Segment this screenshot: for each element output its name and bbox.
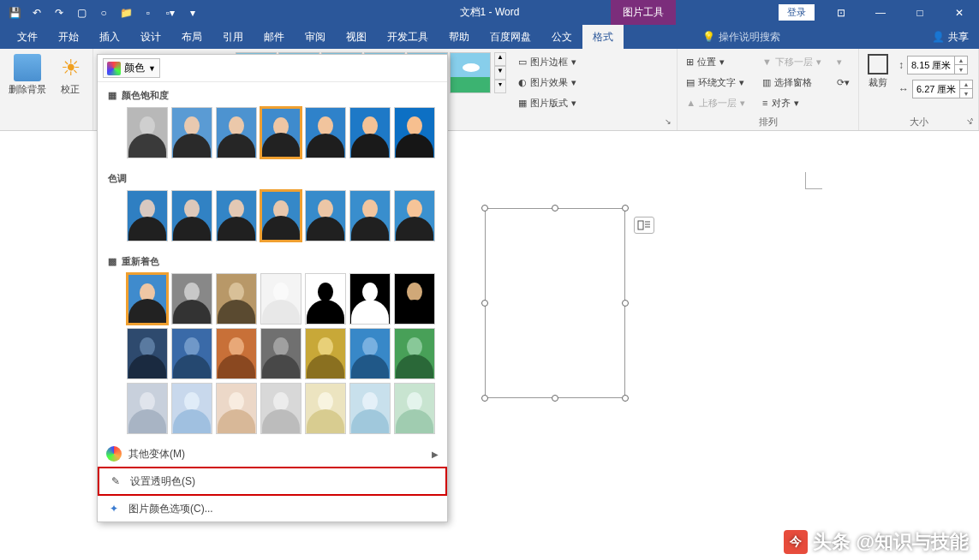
menu-item-8[interactable]: 视图 (336, 25, 377, 49)
menu-item-9[interactable]: 开发工具 (377, 25, 439, 49)
lightbulb-icon: 💡 (702, 31, 715, 43)
layout-options-button[interactable] (634, 217, 654, 234)
color-swatch[interactable] (305, 383, 346, 434)
minimize-icon[interactable]: — (861, 0, 900, 25)
color-swatch[interactable] (171, 107, 212, 158)
qat-icon[interactable]: ▢ (72, 3, 91, 22)
spinner-down-icon[interactable]: ▼ (955, 65, 967, 74)
color-swatch[interactable] (349, 328, 391, 379)
menu-item-6[interactable]: 邮件 (254, 25, 295, 49)
color-swatch[interactable] (127, 328, 168, 379)
corrections-button[interactable]: ☀ 校正 (53, 52, 87, 98)
menu-item-11[interactable]: 百度网盘 (480, 25, 541, 49)
tell-me-search[interactable]: 💡 操作说明搜索 (702, 30, 780, 45)
qat-icon[interactable]: ○ (94, 3, 113, 22)
menu-item-7[interactable]: 审阅 (295, 25, 336, 49)
spinner-down-icon[interactable]: ▼ (960, 89, 972, 98)
color-swatch[interactable] (305, 273, 346, 325)
position-icon: ⊞ (686, 57, 694, 68)
qat-icon[interactable]: ▫▾ (161, 3, 180, 22)
selection-pane-button[interactable]: ▥选择窗格 (759, 73, 825, 92)
width-input[interactable]: ▲▼ (912, 80, 973, 98)
wrap-text-button[interactable]: ▤环绕文字 ▾ (683, 73, 749, 92)
ribbon-group-arrange: ⊞位置 ▾ ▤环绕文字 ▾ ▲上移一层 ▾ ▼下移一层 ▾ ▥选择窗格 ≡对齐 … (678, 49, 859, 130)
more-variants-item[interactable]: 其他变体(M) ▶ (98, 441, 447, 467)
color-swatch[interactable] (394, 383, 435, 434)
color-split-button[interactable]: 颜色 ▼ (103, 58, 160, 78)
color-swatch[interactable] (127, 383, 168, 434)
color-swatch[interactable] (305, 190, 346, 241)
color-swatch[interactable] (260, 328, 301, 379)
ribbon-display-icon[interactable]: ⊡ (821, 0, 861, 25)
color-swatch[interactable] (171, 273, 212, 325)
spinner-up-icon[interactable]: ▲ (955, 57, 967, 65)
dialog-launcher-icon[interactable]: ↘ (663, 116, 673, 127)
gallery-more-icon[interactable]: ▾ (494, 80, 506, 93)
color-swatch[interactable] (216, 190, 257, 241)
color-swatch[interactable] (394, 190, 435, 241)
color-swatch[interactable] (260, 383, 301, 434)
bring-forward-button[interactable]: ▲上移一层 ▾ (683, 93, 749, 112)
color-swatch[interactable] (171, 383, 212, 434)
color-swatch[interactable] (305, 328, 346, 379)
menu-item-5[interactable]: 引用 (212, 25, 254, 49)
color-swatch[interactable] (127, 273, 168, 325)
rotate-button[interactable]: ⟳▾ (833, 73, 853, 92)
color-swatch[interactable] (349, 190, 391, 241)
menu-item-2[interactable]: 插入 (89, 25, 130, 49)
picture-border-button[interactable]: ▭图片边框 ▾ (515, 52, 580, 71)
align-button[interactable]: ≡对齐 ▾ (759, 93, 825, 112)
menu-item-1[interactable]: 开始 (48, 25, 89, 49)
collapse-ribbon-icon[interactable]: ˄ (970, 117, 974, 127)
color-swatch[interactable] (216, 107, 257, 158)
save-icon[interactable]: 💾 (5, 3, 24, 22)
color-swatch[interactable] (127, 107, 168, 158)
color-swatch[interactable] (216, 383, 257, 434)
crop-button[interactable]: 裁剪 (864, 52, 892, 91)
crop-icon (868, 54, 888, 74)
color-swatch[interactable] (260, 107, 301, 158)
maximize-icon[interactable]: □ (900, 0, 940, 25)
login-button[interactable]: 登录 (779, 4, 815, 21)
height-input[interactable]: ▲▼ (907, 56, 968, 74)
color-swatch[interactable] (394, 107, 435, 158)
color-swatch[interactable] (394, 273, 435, 325)
undo-icon[interactable]: ↶ (27, 3, 46, 22)
set-transparent-color-item[interactable]: ✎ 设置透明色(S) (98, 467, 447, 496)
open-icon[interactable]: 📁 (116, 3, 135, 22)
menu-item-3[interactable]: 设计 (130, 25, 171, 49)
position-button[interactable]: ⊞位置 ▾ (683, 52, 749, 71)
color-swatch[interactable] (260, 190, 301, 241)
picture-effects-button[interactable]: ◐图片效果 ▾ (515, 73, 580, 92)
spinner-up-icon[interactable]: ▲ (960, 80, 972, 89)
color-swatch[interactable] (260, 273, 301, 325)
color-swatch[interactable] (171, 190, 212, 241)
gallery-down-icon[interactable]: ▼ (494, 66, 506, 80)
close-icon[interactable]: ✕ (940, 0, 979, 25)
menu-item-4[interactable]: 布局 (171, 25, 212, 49)
color-swatch[interactable] (349, 383, 391, 434)
color-swatch[interactable] (171, 328, 212, 379)
menu-item-13[interactable]: 格式 (582, 25, 624, 49)
color-swatch[interactable] (127, 190, 168, 241)
redo-icon[interactable]: ↷ (50, 3, 69, 22)
selected-image[interactable] (485, 208, 625, 398)
send-backward-button[interactable]: ▼下移一层 ▾ (759, 52, 825, 71)
color-swatch[interactable] (349, 107, 391, 158)
menu-item-0[interactable]: 文件 (7, 25, 48, 49)
gallery-up-icon[interactable]: ▲ (494, 52, 506, 66)
new-icon[interactable]: ▫ (139, 3, 158, 22)
style-thumb[interactable] (450, 52, 491, 93)
menu-item-12[interactable]: 公文 (541, 25, 582, 49)
picture-layout-button[interactable]: ▦图片版式 ▾ (515, 93, 580, 112)
color-swatch[interactable] (216, 328, 257, 379)
color-swatch[interactable] (216, 273, 257, 325)
color-swatch[interactable] (394, 328, 435, 379)
color-swatch[interactable] (305, 107, 346, 158)
share-button[interactable]: 👤 共享 (932, 30, 969, 45)
picture-color-options-item[interactable]: ✦ 图片颜色选项(C)... (98, 496, 447, 521)
color-swatch[interactable] (349, 273, 391, 325)
menu-item-10[interactable]: 帮助 (439, 25, 480, 49)
remove-background-button[interactable]: 删除背景 (5, 52, 50, 98)
qat-customize-icon[interactable]: ▾ (183, 3, 202, 22)
